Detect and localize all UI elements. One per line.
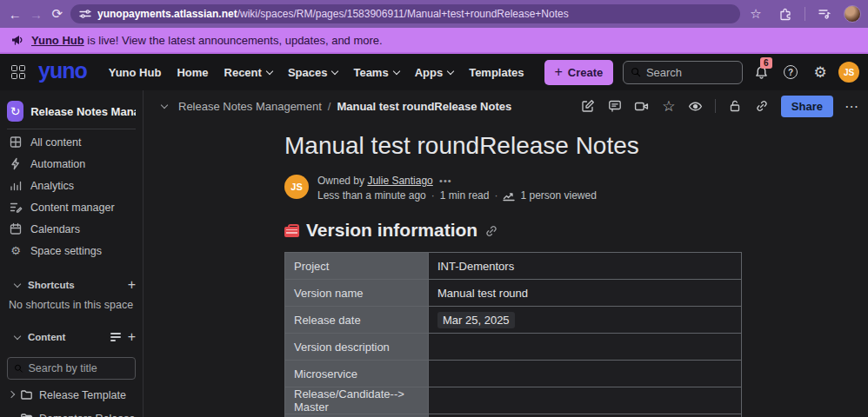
nav-item-home[interactable]: Home bbox=[170, 61, 214, 84]
favorite-button[interactable]: ☆ bbox=[661, 98, 677, 114]
settings-button[interactable]: ⚙ bbox=[809, 61, 831, 83]
app-switcher-icon[interactable] bbox=[9, 63, 28, 82]
link-icon bbox=[755, 99, 769, 113]
shortcuts-collapse-button[interactable] bbox=[7, 277, 23, 293]
breadcrumb-separator: / bbox=[328, 100, 331, 113]
nav-item-apps[interactable]: Apps bbox=[409, 61, 460, 84]
add-shortcut-button[interactable]: + bbox=[128, 278, 136, 292]
help-button[interactable]: ? bbox=[779, 61, 802, 83]
add-content-button[interactable]: + bbox=[128, 330, 136, 344]
row-label: Version name bbox=[285, 280, 429, 307]
nav-item-recent[interactable]: Recent bbox=[218, 61, 278, 84]
version-info-table: Project INT-Dementors Version name Manua… bbox=[284, 252, 742, 417]
row-value[interactable]: Mar 25, 2025 bbox=[429, 307, 742, 334]
row-label: Version description bbox=[285, 334, 429, 361]
browser-profile-avatar[interactable] bbox=[844, 5, 861, 23]
folder-open-icon bbox=[20, 412, 33, 417]
main-panel: Release Notes Management / Manual test r… bbox=[144, 90, 868, 417]
section-heading-text: Version information bbox=[306, 220, 477, 241]
announcement-banner: Yuno Hub is live! View the latest announ… bbox=[0, 28, 868, 54]
notifications-button[interactable]: 6 bbox=[750, 61, 772, 83]
owned-by-label: Owned by bbox=[317, 175, 364, 187]
row-value[interactable] bbox=[429, 414, 742, 417]
watch-button[interactable] bbox=[688, 98, 704, 114]
url-domain: yunopayments.atlassian.net bbox=[97, 8, 237, 20]
site-settings-icon[interactable] bbox=[79, 8, 91, 20]
comments-button[interactable] bbox=[607, 98, 623, 114]
edit-button[interactable] bbox=[580, 98, 596, 114]
browser-separator bbox=[805, 7, 805, 21]
video-button[interactable] bbox=[634, 98, 650, 114]
nav-item-templates[interactable]: Templates bbox=[463, 61, 530, 84]
row-value[interactable] bbox=[429, 334, 742, 361]
nav-item-teams[interactable]: Teams bbox=[347, 61, 404, 84]
sidebar-item-space-settings[interactable]: ⚙ Space settings bbox=[0, 240, 143, 261]
table-row: Version description bbox=[285, 334, 742, 361]
eye-icon bbox=[688, 99, 703, 114]
row-value[interactable] bbox=[429, 387, 742, 414]
app-navigation: yuno Yuno Hub Home Recent Spaces Teams A… bbox=[0, 54, 868, 90]
heading-anchor-link-icon[interactable] bbox=[484, 224, 498, 238]
row-label: Project bbox=[285, 253, 429, 280]
filter-icon[interactable] bbox=[110, 333, 121, 341]
owner-more-icon[interactable]: ••• bbox=[439, 175, 452, 186]
copy-link-button[interactable] bbox=[754, 98, 770, 114]
content-collapse-button[interactable] bbox=[7, 329, 23, 345]
browser-back-icon[interactable]: ← bbox=[7, 3, 23, 24]
chevron-down-icon bbox=[8, 414, 15, 417]
video-camera-icon bbox=[634, 99, 649, 114]
views-count[interactable]: 1 person viewed bbox=[520, 189, 596, 202]
chevron-down-icon bbox=[392, 68, 399, 75]
row-value[interactable]: Manual test round bbox=[429, 280, 742, 307]
list-pencil-icon bbox=[9, 201, 23, 214]
share-button[interactable]: Share bbox=[781, 96, 833, 117]
browser-forward-icon[interactable]: → bbox=[28, 3, 43, 24]
more-actions-icon[interactable]: ⋯ bbox=[845, 98, 859, 115]
breadcrumb: Release Notes Management / Manual test r… bbox=[178, 100, 511, 113]
sidebar-item-all-content[interactable]: All content bbox=[0, 131, 143, 153]
tree-item-release-template[interactable]: Release Template bbox=[0, 383, 143, 407]
extensions-icon[interactable] bbox=[775, 3, 796, 24]
restrictions-button[interactable] bbox=[727, 98, 743, 114]
sidebar-item-analytics[interactable]: Analytics bbox=[0, 175, 143, 196]
url-text: yunopayments.atlassian.net/wiki/spaces/R… bbox=[97, 8, 569, 20]
notification-badge: 6 bbox=[760, 57, 772, 69]
owner-avatar[interactable]: JS bbox=[284, 175, 309, 199]
user-avatar[interactable]: JS bbox=[838, 62, 859, 83]
browser-toolbar: ← → ⟳ yunopayments.atlassian.net/wiki/sp… bbox=[0, 0, 868, 28]
nav-item-spaces[interactable]: Spaces bbox=[282, 61, 344, 84]
media-controls-icon[interactable] bbox=[814, 3, 835, 24]
banner-link[interactable]: Yuno Hub bbox=[31, 34, 84, 47]
global-search-input[interactable] bbox=[646, 66, 735, 79]
toolbox-emoji-icon bbox=[284, 227, 299, 237]
chevron-down-icon bbox=[266, 68, 273, 75]
create-button[interactable]: +Create bbox=[544, 60, 614, 85]
row-label: Microservice bbox=[285, 361, 429, 387]
nav-item-yuno-hub[interactable]: Yuno Hub bbox=[103, 61, 168, 84]
sidebar-toggle-button[interactable] bbox=[152, 96, 171, 116]
sidebar-item-content-manager[interactable]: Content manager bbox=[0, 196, 143, 218]
sidebar-item-automation[interactable]: Automation bbox=[0, 153, 143, 175]
breadcrumb-parent[interactable]: Release Notes Management bbox=[178, 100, 322, 113]
bookmark-star-icon[interactable]: ☆ bbox=[745, 3, 766, 24]
byline: JS Owned by Julie Santiago ••• Less than… bbox=[284, 175, 868, 202]
sidebar-item-calendars[interactable]: Calendars bbox=[0, 218, 143, 240]
shortcuts-section-header: Shortcuts + bbox=[0, 274, 143, 296]
global-search[interactable] bbox=[623, 61, 743, 84]
content-search-input[interactable] bbox=[29, 362, 130, 374]
yuno-logo[interactable]: yuno bbox=[35, 58, 96, 86]
owner-name[interactable]: Julie Santiago bbox=[367, 175, 432, 187]
row-value[interactable]: INT-Dementors bbox=[429, 253, 742, 280]
banner-text: Yuno Hub is live! View the latest announ… bbox=[31, 34, 383, 47]
tree-item-dementors-release[interactable]: Dementors Release bbox=[0, 407, 143, 417]
help-icon: ? bbox=[784, 65, 798, 79]
space-header[interactable]: ↻ Release Notes Manage... bbox=[0, 97, 143, 129]
row-value[interactable] bbox=[429, 361, 742, 387]
breadcrumb-current[interactable]: Manual test roundRelease Notes bbox=[337, 100, 511, 113]
date-lozenge[interactable]: Mar 25, 2025 bbox=[437, 312, 515, 328]
content-search[interactable] bbox=[7, 357, 136, 380]
chevron-down-icon bbox=[161, 102, 168, 109]
browser-reload-icon[interactable]: ⟳ bbox=[50, 3, 65, 24]
nav-items: Yuno Hub Home Recent Spaces Teams Apps T… bbox=[103, 61, 531, 84]
address-bar[interactable]: yunopayments.atlassian.net/wiki/spaces/R… bbox=[70, 4, 740, 23]
